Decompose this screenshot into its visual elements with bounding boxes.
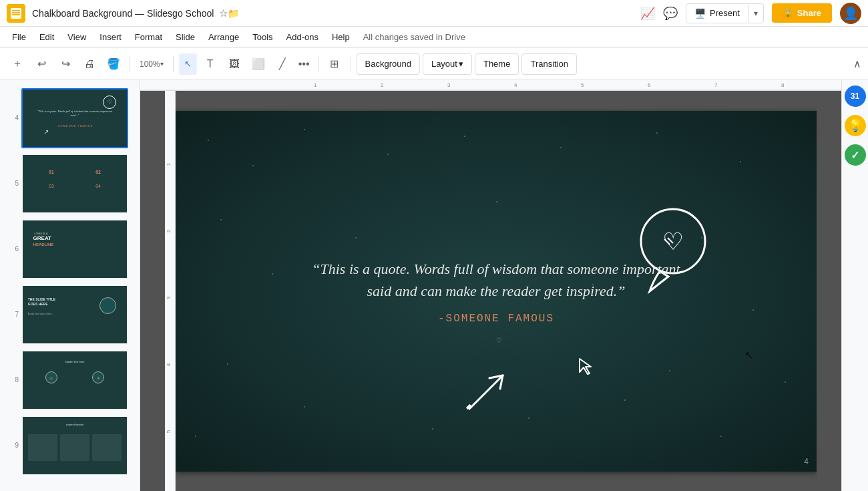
slide-item-9[interactable]: 9 content header	[0, 413, 140, 478]
arrow-doodle	[463, 369, 509, 418]
svg-rect-0	[140, 80, 841, 91]
autosave-status: All changes saved in Drive	[363, 32, 465, 42]
zoom-dropdown-icon: ▾	[160, 60, 164, 67]
shape-button[interactable]: ⬜	[248, 53, 269, 75]
svg-text:5: 5	[581, 82, 584, 88]
zoom-button[interactable]: 100% ▾	[136, 53, 168, 75]
menu-arrange[interactable]: Arrange	[203, 29, 244, 45]
present-dropdown-arrow[interactable]: ▾	[748, 5, 763, 22]
paint-format-button[interactable]: 🪣	[103, 53, 124, 75]
svg-text:♡: ♡	[662, 228, 684, 255]
svg-text:4: 4	[514, 82, 517, 88]
check-icon[interactable]: ✓	[845, 144, 866, 166]
slide-thumb-5: 0102 0304	[21, 154, 128, 214]
undo-button[interactable]: ↩	[31, 53, 52, 75]
title-bar: Chalkboard Background — Slidesgo School …	[0, 0, 868, 27]
collapse-toolbar-button[interactable]: ∧	[853, 57, 861, 70]
present-label: Present	[710, 8, 740, 18]
select-tool-button[interactable]: ↖	[179, 53, 197, 75]
theme-button[interactable]: Theme	[475, 53, 519, 75]
analytics-icon[interactable]: 📈	[640, 6, 655, 21]
slide-item-8[interactable]: 8 header text here ◎ ⊕	[0, 347, 140, 413]
slide-item-5[interactable]: 5 0102 0304	[0, 151, 140, 216]
svg-text:6: 6	[648, 82, 651, 88]
svg-text:8: 8	[781, 82, 785, 88]
slide-thumb-7: THE SLIDE TITLEGOES HERE Body text goes …	[21, 285, 128, 345]
divider-3	[318, 56, 318, 72]
horizontal-ruler: 1 2 3 4 5 6 7 8 9	[140, 80, 841, 91]
zoom-label: 100%	[140, 59, 160, 69]
line-button[interactable]: ╱	[272, 53, 293, 75]
menu-slide[interactable]: Slide	[170, 29, 200, 45]
divider-2	[173, 56, 174, 72]
calendar-icon[interactable]: 31	[845, 86, 866, 107]
quote-text: “This is a quote. Words full of wisdom t…	[302, 258, 690, 302]
text-box-button[interactable]: T	[200, 53, 221, 75]
menu-bar: File Edit View Insert Format Slide Arran…	[0, 27, 868, 48]
menu-edit[interactable]: Edit	[34, 29, 59, 45]
present-button[interactable]: 🖥️ Present ▾	[686, 3, 764, 23]
user-avatar[interactable]: 👤	[840, 3, 861, 24]
slide-thumb-6: ↘ THIS IS A GREAT HEADLINE	[21, 219, 128, 279]
svg-text:1: 1	[314, 82, 317, 88]
menu-tools[interactable]: Tools	[247, 29, 278, 45]
folder-icon[interactable]: 📁	[228, 8, 239, 19]
divider-1	[130, 56, 130, 72]
canvas-row: 1 2 3 4 5	[165, 91, 817, 491]
menu-file[interactable]: File	[7, 29, 31, 45]
slide-thumb-8: header text here ◎ ⊕	[21, 350, 128, 410]
canvas-area: 1 2 3 4 5 6 7 8 9 1 2 3 4 5	[140, 80, 841, 491]
slide-number-corner: 4	[804, 457, 809, 466]
quote-author: -SOMEONE FAMOUS	[302, 313, 690, 325]
menu-insert[interactable]: Insert	[94, 29, 127, 45]
quote-container: “This is a quote. Words full of wisdom t…	[302, 258, 690, 325]
vertical-ruler: 1 2 3 4 5	[165, 91, 176, 491]
menu-view[interactable]: View	[62, 29, 91, 45]
slides-panel: 4 ♡ "This is a quote. Words full of wisd…	[0, 80, 140, 491]
svg-line-21	[469, 375, 503, 409]
main-content: 4 ♡ "This is a quote. Words full of wisd…	[0, 80, 868, 491]
svg-text:3: 3	[166, 296, 172, 299]
share-label: Share	[797, 8, 821, 18]
menu-format[interactable]: Format	[130, 29, 168, 45]
svg-text:2: 2	[381, 82, 384, 88]
app-icon	[7, 4, 25, 23]
cursor-icon: ↖	[184, 59, 192, 69]
slide-item-6[interactable]: 6 ↘ THIS IS A GREAT HEADLINE	[0, 216, 140, 282]
lightbulb-icon[interactable]: 💡	[845, 115, 866, 136]
background-button[interactable]: Background	[357, 53, 420, 75]
slide-item-7[interactable]: 7 THE SLIDE TITLEGOES HERE Body text goe…	[0, 282, 140, 347]
svg-text:2: 2	[166, 229, 172, 232]
layout-dropdown-icon: ▾	[459, 59, 463, 69]
slide-thumb-4: ♡ "This is a quote. Words full of wisdom…	[21, 88, 128, 148]
image-button[interactable]: 🖼	[224, 53, 245, 75]
star-icon[interactable]: ☆	[219, 7, 228, 19]
svg-text:3: 3	[447, 82, 451, 88]
document-title: Chalkboard Background — Slidesgo School	[32, 8, 214, 19]
monitor-icon: 🖥️	[694, 8, 706, 19]
heart-2: ♡	[496, 337, 502, 344]
add-slide-tb-button[interactable]: ＋	[7, 53, 28, 75]
right-sidebar: 31 💡 ✓	[841, 80, 868, 491]
slide-item-4[interactable]: 4 ♡ "This is a quote. Words full of wisd…	[0, 86, 140, 151]
title-right: 📈 💬 🖥️ Present ▾ 🔒 Share 👤	[640, 3, 861, 24]
svg-text:7: 7	[714, 82, 718, 88]
redo-button[interactable]: ↪	[55, 53, 76, 75]
layout-label: Layout	[431, 59, 457, 69]
print-button[interactable]: 🖨	[79, 53, 100, 75]
divider-4	[351, 56, 351, 72]
svg-text:1: 1	[166, 162, 172, 166]
more-tools-button[interactable]: •••	[296, 53, 312, 75]
add-content-button[interactable]: ⊞	[324, 53, 345, 75]
toolbar: ＋ ↩ ↪ 🖨 🪣 100% ▾ ↖ T 🖼 ⬜ ╱ ••• ⊞ Backgro…	[0, 48, 868, 80]
share-button[interactable]: 🔒 Share	[772, 3, 832, 23]
menu-help[interactable]: Help	[327, 29, 355, 45]
slide-canvas-wrapper[interactable]: ♡ ♡ ♡ ♡ ♡ ♡ ♡	[176, 91, 817, 491]
comment-icon[interactable]: 💬	[663, 6, 678, 21]
transition-button[interactable]: Transition	[521, 53, 577, 75]
slide-canvas: ♡ ♡ ♡ ♡ ♡ ♡ ♡	[176, 111, 817, 472]
menu-addons[interactable]: Add-ons	[281, 29, 324, 45]
layout-button[interactable]: Layout ▾	[423, 53, 472, 75]
slide-thumb-9: content header	[21, 416, 128, 476]
svg-text:4: 4	[166, 363, 172, 366]
